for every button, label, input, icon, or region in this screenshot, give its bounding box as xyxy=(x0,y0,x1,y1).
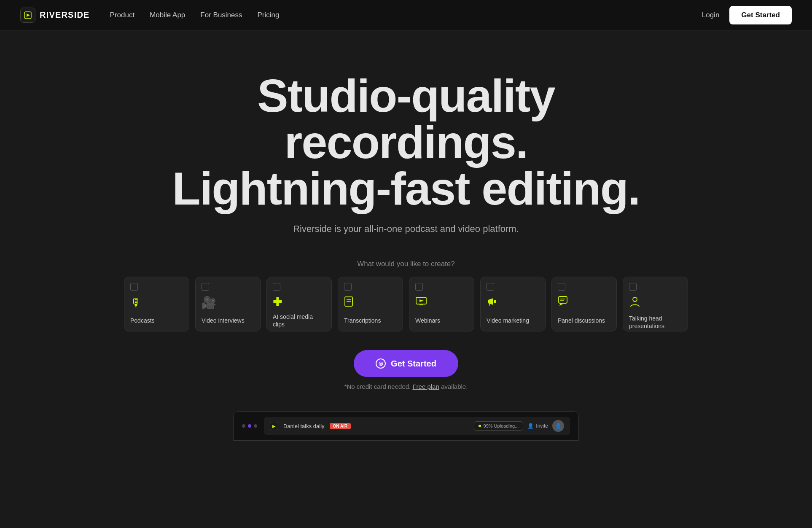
card-checkbox-webinars[interactable] xyxy=(415,283,423,291)
preview-dot-2 xyxy=(248,424,251,428)
create-prompt: What would you like to create? xyxy=(357,260,455,268)
preview-dot-3 xyxy=(254,424,257,428)
card-label-ai-clips: AI social media clips xyxy=(273,313,325,328)
nav-item-product[interactable]: Product xyxy=(110,11,135,19)
hero-subtitle: Riverside is your all-in-one podcast and… xyxy=(293,224,519,234)
cta-button-label: Get Started xyxy=(391,359,436,369)
svg-point-16 xyxy=(633,297,637,302)
card-ai-social-media-clips[interactable]: ✚ AI social media clips xyxy=(266,277,332,331)
cta-note-suffix: available. xyxy=(441,383,468,390)
preview-person-icon: 👤 xyxy=(527,423,534,429)
get-started-button[interactable]: ◎ Get Started xyxy=(354,350,458,377)
svg-rect-10 xyxy=(494,300,496,303)
nav-item-mobile-app[interactable]: Mobile App xyxy=(150,11,185,19)
preview-right-controls: 99% Uploading... 👤 Invite 👤 xyxy=(474,420,564,432)
cta-container: ◎ Get Started *No credit card needed. Fr… xyxy=(344,350,468,390)
webinar-icon xyxy=(415,296,427,310)
preview-studio-name: Daniel talks daily xyxy=(283,423,325,429)
preview-studio-bar: ▶ Daniel talks daily ON AIR 99% Uploadin… xyxy=(264,417,570,435)
preview-upload-status: 99% Uploading... xyxy=(474,421,524,431)
hero-title: Studio-quality recordings. Lightning-fas… xyxy=(132,73,680,212)
card-video-interviews[interactable]: 🎥 Video interviews xyxy=(195,277,261,331)
logo-icon xyxy=(20,8,35,23)
logo[interactable]: RIVERSIDE xyxy=(20,8,90,23)
card-checkbox-video-interviews[interactable] xyxy=(202,283,209,291)
svg-marker-13 xyxy=(559,303,563,306)
card-checkbox-ai-clips[interactable] xyxy=(273,283,280,291)
logo-text: RIVERSIDE xyxy=(40,10,90,20)
preview-dots xyxy=(242,424,257,428)
preview-riverside-icon: ▶ xyxy=(270,422,278,430)
cta-free-plan-link[interactable]: Free plan xyxy=(412,383,439,390)
nav-item-for-business[interactable]: For Business xyxy=(200,11,242,19)
video-camera-icon: 🎥 xyxy=(202,296,216,310)
ai-clips-icon: ✚ xyxy=(273,296,282,309)
hero-title-line2: Lightning-fast editing. xyxy=(172,162,640,214)
card-label-panel-discussions: Panel discussions xyxy=(558,317,605,324)
nav-actions: Login Get Started xyxy=(702,6,792,24)
cta-note: *No credit card needed. Free plan availa… xyxy=(344,383,468,390)
preview-on-air-badge: ON AIR xyxy=(330,423,351,429)
card-panel-discussions[interactable]: Panel discussions xyxy=(551,277,617,331)
chat-icon xyxy=(558,296,570,310)
person-icon xyxy=(629,296,641,310)
preview-container: ▶ Daniel talks daily ON AIR 99% Uploadin… xyxy=(149,411,663,441)
microphone-icon: 🎙 xyxy=(130,296,142,310)
card-label-talking-head: Talking head presentations xyxy=(629,315,682,330)
hero-title-line1: Studio-quality recordings. xyxy=(257,70,554,168)
card-checkbox-panel-discussions[interactable] xyxy=(558,283,565,291)
card-webinars[interactable]: Webinars xyxy=(409,277,474,331)
preview-bar: ▶ Daniel talks daily ON AIR 99% Uploadin… xyxy=(233,411,579,441)
preview-dot-1 xyxy=(242,424,245,428)
card-checkbox-video-marketing[interactable] xyxy=(487,283,494,291)
card-checkbox-talking-head[interactable] xyxy=(629,283,637,291)
navbar: RIVERSIDE Product Mobile App For Busines… xyxy=(0,0,812,30)
card-label-webinars: Webinars xyxy=(415,317,440,324)
card-transcriptions[interactable]: | Transcriptions xyxy=(338,277,403,331)
preview-upload-dot xyxy=(479,425,481,427)
card-podcasts[interactable]: 🎙 Podcasts xyxy=(124,277,189,331)
nav-item-pricing[interactable]: Pricing xyxy=(258,11,280,19)
cta-button-icon: ◎ xyxy=(376,358,386,369)
svg-text:|: | xyxy=(352,298,353,302)
card-video-marketing[interactable]: Video marketing xyxy=(480,277,546,331)
preview-upload-text: 99% Uploading... xyxy=(484,423,519,428)
card-checkbox-podcasts[interactable] xyxy=(130,283,138,291)
card-label-transcriptions: Transcriptions xyxy=(344,317,381,324)
card-checkbox-transcriptions[interactable] xyxy=(344,283,352,291)
megaphone-icon xyxy=(487,296,498,310)
svg-marker-1 xyxy=(27,13,30,17)
card-label-video-interviews: Video interviews xyxy=(202,317,245,324)
card-label-podcasts: Podcasts xyxy=(130,317,155,324)
hero-section: Studio-quality recordings. Lightning-fas… xyxy=(0,30,812,466)
nav-links: Product Mobile App For Business Pricing xyxy=(110,11,702,19)
card-talking-head-presentations[interactable]: Talking head presentations xyxy=(623,277,688,331)
card-label-video-marketing: Video marketing xyxy=(487,317,529,324)
create-cards-grid: 🎙 Podcasts 🎥 Video interviews ✚ AI socia… xyxy=(124,277,688,331)
preview-invite-text: Invite xyxy=(536,423,548,429)
nav-get-started-button[interactable]: Get Started xyxy=(729,6,792,24)
cta-note-main: *No credit card needed. xyxy=(344,383,411,390)
svg-rect-12 xyxy=(559,296,567,303)
transcription-icon: | xyxy=(344,296,356,310)
preview-avatar: 👤 xyxy=(552,420,564,432)
preview-invite[interactable]: 👤 Invite xyxy=(527,423,548,429)
svg-marker-7 xyxy=(419,299,424,302)
login-link[interactable]: Login xyxy=(702,11,720,19)
